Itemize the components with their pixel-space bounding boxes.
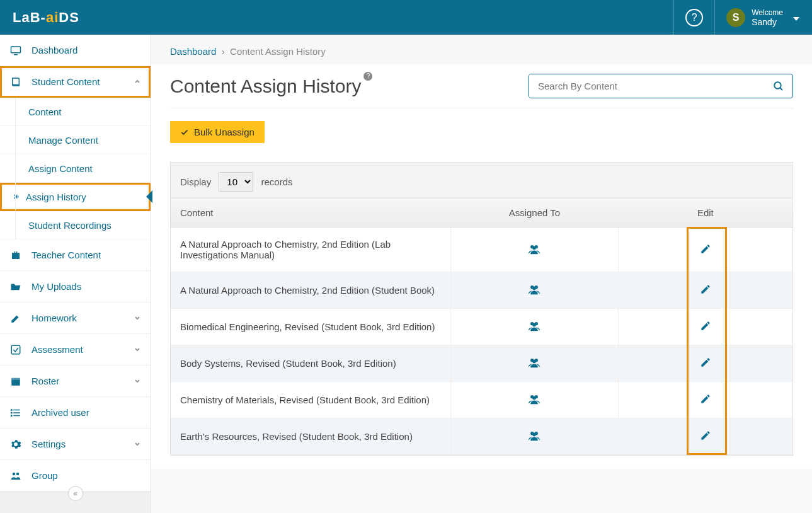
user-menu[interactable]: S Welcome Sandy (726, 8, 799, 27)
nav-sub-student-recordings[interactable]: Student Recordings (0, 211, 151, 239)
cell-content: Biomedical Engineering, Revised (Student… (171, 309, 450, 345)
user-name: Sandy (752, 17, 783, 27)
svg-line-14 (780, 88, 782, 90)
calendar-icon (9, 376, 22, 387)
cell-edit (619, 345, 792, 382)
cell-edit (619, 418, 792, 455)
nav-my-uploads[interactable]: My Uploads (0, 271, 151, 303)
svg-point-26 (532, 359, 536, 363)
nav-teacher-content[interactable]: Teacher Content (0, 239, 151, 271)
table-row: Biomedical Engineering, Revised (Student… (171, 309, 792, 345)
book-icon (9, 76, 22, 88)
check-square-icon (9, 344, 22, 355)
nav-sub-assign-content[interactable]: Assign Content (0, 154, 151, 183)
table-row: A Natural Approach to Chemistry, 2nd Edi… (171, 228, 792, 272)
nav-sub-content[interactable]: Content (0, 98, 151, 126)
cell-content: A Natural Approach to Chemistry, 2nd Edi… (171, 228, 450, 272)
pencil-icon (9, 313, 22, 324)
nav-settings[interactable]: Settings (0, 429, 151, 460)
svg-point-11 (13, 472, 16, 475)
svg-rect-0 (11, 47, 21, 53)
col-content[interactable]: Content (171, 199, 450, 228)
bulk-unassign-button[interactable]: Bulk Unassign (170, 121, 265, 143)
chevron-down-icon (134, 344, 141, 355)
chevron-right-icon (12, 192, 20, 202)
users-icon (9, 470, 22, 481)
cell-assigned-to (450, 418, 618, 455)
svg-point-17 (532, 246, 536, 250)
svg-point-9 (11, 412, 13, 413)
table-row: Body Systems, Revised (Student Book, 3rd… (171, 345, 792, 382)
edit-button[interactable] (700, 243, 711, 255)
nav-student-content[interactable]: Student Content (0, 66, 151, 98)
check-icon (180, 128, 189, 137)
chevron-up-icon (134, 76, 141, 87)
table-container: Display 10 records Content Assigned To E… (170, 162, 793, 456)
edit-button[interactable] (700, 320, 711, 331)
list-icon (9, 407, 22, 418)
cell-content: Earth's Resources, Revised (Student Book… (171, 418, 450, 455)
col-assigned-to[interactable]: Assigned To (450, 199, 618, 228)
search-icon (773, 81, 784, 92)
edit-button[interactable] (700, 393, 711, 405)
help-icon: ? (692, 12, 697, 23)
avatar: S (726, 8, 745, 27)
cell-edit (619, 272, 792, 309)
nav-dashboard[interactable]: Dashboard (0, 35, 151, 66)
caret-down-icon (793, 12, 799, 23)
nav-assessment[interactable]: Assessment (0, 334, 151, 366)
monitor-icon (9, 45, 22, 56)
nav-sub-assign-history[interactable]: Assign History (0, 183, 151, 211)
collapse-sidebar-button[interactable]: « (68, 486, 83, 501)
cell-edit (619, 228, 792, 272)
table-row: A Natural Approach to Chemistry, 2nd Edi… (171, 272, 792, 309)
users-icon[interactable] (528, 430, 540, 441)
col-edit[interactable]: Edit (619, 199, 792, 228)
svg-point-32 (532, 432, 536, 436)
search-button[interactable] (765, 74, 792, 98)
users-icon[interactable] (528, 393, 540, 405)
breadcrumb-root[interactable]: Dashboard (170, 46, 216, 57)
help-icon[interactable]: ? (363, 72, 372, 81)
nav-homework[interactable]: Homework (0, 303, 151, 334)
briefcase-icon (9, 250, 22, 261)
page-title: Content Assign History ? (170, 76, 361, 97)
page-size-select[interactable]: 10 (219, 172, 253, 192)
edit-button[interactable] (700, 284, 711, 295)
users-icon[interactable] (528, 357, 540, 368)
svg-rect-4 (11, 378, 20, 379)
svg-point-12 (16, 472, 20, 475)
cell-assigned-to (450, 345, 618, 382)
edit-button[interactable] (700, 357, 711, 368)
cell-assigned-to (450, 382, 618, 418)
nav-archived-user[interactable]: Archived user (0, 397, 151, 429)
svg-point-10 (11, 415, 13, 416)
search-box (529, 74, 793, 98)
cell-assigned-to (450, 309, 618, 345)
nav-roster[interactable]: Roster (0, 366, 151, 397)
svg-point-13 (774, 82, 781, 89)
cell-assigned-to (450, 228, 618, 272)
cell-content: Chemistry of Materials, Revised (Student… (171, 382, 450, 418)
svg-point-20 (532, 286, 536, 290)
logo[interactable]: LaB-aiDS (13, 9, 79, 26)
sidebar: Dashboard Student Content Content Manage… (0, 35, 151, 513)
users-icon[interactable] (528, 243, 540, 255)
help-button[interactable]: ? (685, 9, 703, 26)
chevron-down-icon (134, 439, 141, 449)
table-row: Chemistry of Materials, Revised (Student… (171, 382, 792, 418)
cell-content: Body Systems, Revised (Student Book, 3rd… (171, 345, 450, 382)
users-icon[interactable] (528, 284, 540, 295)
main-content: Dashboard › Content Assign History Conte… (151, 35, 812, 513)
edit-button[interactable] (700, 430, 711, 441)
users-icon[interactable] (528, 320, 540, 331)
nav-sub-manage-content[interactable]: Manage Content (0, 126, 151, 154)
cell-content: A Natural Approach to Chemistry, 2nd Edi… (171, 272, 450, 309)
breadcrumb: Dashboard › Content Assign History (151, 35, 812, 64)
svg-point-8 (11, 409, 13, 410)
chevron-down-icon (134, 313, 141, 323)
topbar: LaB-aiDS ? S Welcome Sandy (0, 0, 812, 35)
welcome-label: Welcome (752, 8, 783, 17)
svg-point-23 (532, 323, 536, 326)
search-input[interactable] (529, 74, 765, 98)
